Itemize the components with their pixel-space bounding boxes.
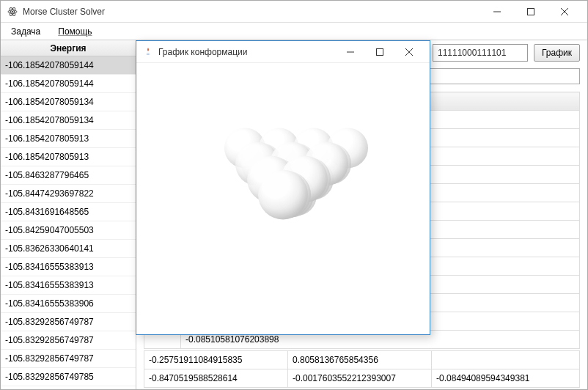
conformation-graph-window: График конформации xyxy=(136,40,430,335)
minimize-button[interactable] xyxy=(480,1,514,23)
popup-titlebar: График конформации xyxy=(136,41,430,63)
maximize-button[interactable] xyxy=(514,1,548,23)
popup-title: График конформации xyxy=(158,47,336,57)
bitstring-input[interactable]: 11111000111101 xyxy=(433,44,528,62)
menubar: Задача Помощь xyxy=(1,23,587,40)
energy-row[interactable]: -106.18542078059144 xyxy=(1,56,136,75)
close-button[interactable] xyxy=(548,1,581,23)
atom-sphere xyxy=(258,169,308,219)
graph-button[interactable]: График xyxy=(534,44,580,62)
window-controls xyxy=(480,1,581,23)
energy-row[interactable]: -106.1854207805913 xyxy=(1,130,136,148)
energy-row[interactable]: -105.83292856749787 xyxy=(1,313,136,331)
energy-header: Энергия xyxy=(1,40,136,56)
atom-icon xyxy=(7,6,18,18)
energy-row[interactable]: -105.8463287796465 xyxy=(1,166,136,185)
energy-row[interactable]: -106.18542078059134 xyxy=(1,93,136,111)
energy-row[interactable]: -106.18542078059144 xyxy=(1,75,136,93)
menu-help[interactable]: Помощь xyxy=(54,25,96,38)
menu-task[interactable]: Задача xyxy=(7,25,45,38)
energy-row[interactable]: -105.84474293697822 xyxy=(1,185,136,203)
energy-row[interactable]: -105.83292856749787 xyxy=(1,331,136,350)
main-titlebar: Morse Cluster Solver xyxy=(1,1,587,23)
energy-row[interactable]: -106.18542078059134 xyxy=(1,111,136,130)
svg-rect-5 xyxy=(528,8,534,15)
bitstring-value: 11111000111101 xyxy=(438,48,506,58)
svg-rect-9 xyxy=(377,48,383,55)
svg-point-3 xyxy=(12,10,14,12)
energy-row[interactable]: -105.83416555383913 xyxy=(1,258,136,276)
coord-table-bottom: -0.257519110849158350.8058136765854356-0… xyxy=(144,350,580,388)
energy-row[interactable]: -106.1854207805913 xyxy=(1,148,136,166)
popup-maximize-button[interactable] xyxy=(365,41,394,63)
energy-row[interactable]: -105.83626330640141 xyxy=(1,240,136,258)
table-row[interactable]: -0.257519110849158350.8058136765854356 xyxy=(144,351,580,369)
energy-row[interactable]: -105.83416555383906 xyxy=(1,295,136,313)
java-icon xyxy=(142,46,154,58)
popup-minimize-button[interactable] xyxy=(336,41,365,63)
energy-list[interactable]: -106.18542078059144-106.18542078059144-1… xyxy=(1,56,136,389)
energy-row[interactable]: -105.84259047005503 xyxy=(1,221,136,240)
energy-panel: Энергия -106.18542078059144-106.18542078… xyxy=(1,40,136,389)
energy-row[interactable]: -105.83292856749787 xyxy=(1,350,136,368)
popup-close-button[interactable] xyxy=(394,41,424,63)
table-row[interactable]: -0.8470519588528614-0.001760355221239300… xyxy=(144,369,580,388)
conformation-canvas[interactable] xyxy=(136,63,430,334)
energy-row[interactable]: -105.83292856749785 xyxy=(1,368,136,386)
energy-row[interactable]: -105.8431691648565 xyxy=(1,203,136,221)
main-title: Morse Cluster Solver xyxy=(23,7,480,17)
energy-row[interactable]: -105.83416555383913 xyxy=(1,276,136,295)
